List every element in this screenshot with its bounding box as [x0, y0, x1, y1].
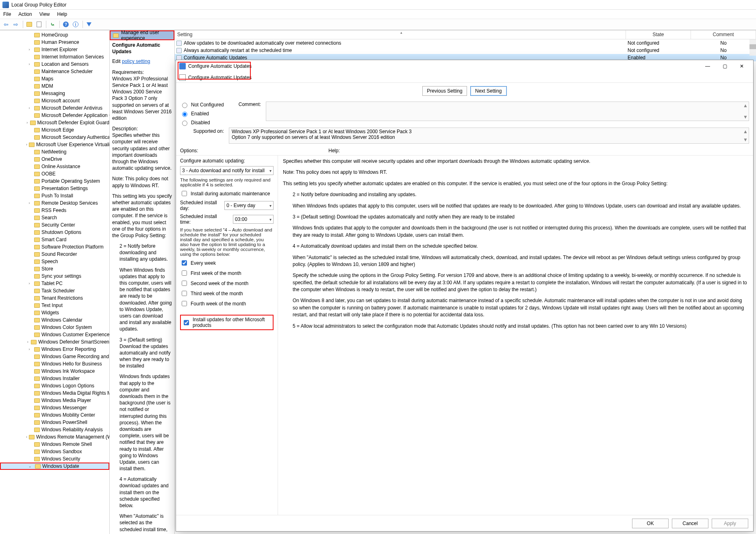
- tree-item[interactable]: Microsoft Secondary Authentication Facto…: [0, 134, 109, 141]
- radio-enabled[interactable]: Enabled: [180, 110, 224, 117]
- next-setting-button[interactable]: Next Setting: [470, 86, 507, 96]
- tree-item[interactable]: Tenant Restrictions: [0, 294, 109, 302]
- tree-item[interactable]: Windows PowerShell: [0, 419, 109, 426]
- tree-item[interactable]: ›Windows Error Reporting: [0, 346, 109, 353]
- tree-item[interactable]: Security Center: [0, 221, 109, 229]
- close-button[interactable]: ✕: [734, 61, 750, 71]
- tree-item[interactable]: Internet Information Services: [0, 53, 109, 61]
- tree-item[interactable]: Windows Remote Shell: [0, 441, 109, 448]
- tree-item[interactable]: ›Microsoft Defender Antivirus: [0, 104, 109, 112]
- tree-item[interactable]: Text Input: [0, 302, 109, 309]
- chevron-right-icon[interactable]: ›: [26, 62, 33, 66]
- refresh-button[interactable]: ⤿: [48, 20, 57, 29]
- configure-updating-select[interactable]: 3 - Auto download and notify for install…: [180, 166, 274, 175]
- tree-item[interactable]: Software Protection Platform: [0, 243, 109, 251]
- doc-button[interactable]: [35, 20, 43, 29]
- chevron-right-icon[interactable]: ›: [26, 201, 33, 205]
- chk-auto-maintenance[interactable]: Install during automatic maintenance: [180, 190, 274, 197]
- tree-item[interactable]: Sound Recorder: [0, 251, 109, 258]
- radio-disabled[interactable]: Disabled: [180, 119, 224, 126]
- tree-item[interactable]: ›Microsoft User Experience Virtualizatio…: [0, 141, 109, 148]
- chk-every-week[interactable]: Every week: [180, 259, 274, 267]
- tree-pane[interactable]: HomeGroupHuman Presence›Internet Explore…: [0, 30, 110, 534]
- tree-item[interactable]: Sync your settings: [0, 272, 109, 280]
- tree-item[interactable]: Smart Card: [0, 236, 109, 243]
- tree-item[interactable]: Store: [0, 265, 109, 272]
- tree-item[interactable]: Windows Hello for Business: [0, 360, 109, 368]
- tree-item[interactable]: Human Presence: [0, 39, 109, 46]
- chevron-right-icon[interactable]: ›: [26, 435, 27, 439]
- menu-view[interactable]: View: [39, 11, 50, 17]
- tree-item[interactable]: Speech: [0, 258, 109, 265]
- scrollbar-thumb[interactable]: [749, 44, 756, 49]
- tree-item[interactable]: RSS Feeds: [0, 207, 109, 214]
- chk-week1[interactable]: First week of the month: [180, 269, 274, 277]
- tree-item[interactable]: Windows Color System: [0, 324, 109, 331]
- install-day-select[interactable]: 0 - Every day▾: [224, 201, 274, 210]
- tree-item[interactable]: MDM: [0, 82, 109, 90]
- tree-item[interactable]: Online Assistance: [0, 163, 109, 170]
- tree-item[interactable]: Windows Media Player: [0, 397, 109, 404]
- tree-item[interactable]: ›Microsoft Defender Exploit Guard: [0, 119, 109, 126]
- chk-week2[interactable]: Second week of the month: [180, 279, 274, 287]
- chevron-right-icon[interactable]: ›: [26, 48, 33, 52]
- tree-item[interactable]: Portable Operating System: [0, 177, 109, 185]
- chk-other-ms-products[interactable]: Install updates for other Microsoft prod…: [182, 317, 272, 328]
- forward-button[interactable]: ⇨: [11, 20, 20, 29]
- tree-item[interactable]: Windows Messenger: [0, 404, 109, 411]
- chevron-right-icon[interactable]: ›: [26, 347, 33, 351]
- tree-item[interactable]: Maintenance Scheduler: [0, 68, 109, 75]
- tree-item[interactable]: ›Windows Remote Management (WinRM): [0, 433, 109, 441]
- folder-button[interactable]: [25, 20, 34, 29]
- chevron-right-icon[interactable]: ›: [26, 281, 33, 285]
- tree-item[interactable]: Widgets: [0, 309, 109, 316]
- tree-item[interactable]: Shutdown Options: [0, 229, 109, 236]
- tree-item[interactable]: Microsoft Defender Application Guard: [0, 112, 109, 119]
- list-row[interactable]: Always automatically restart at the sche…: [175, 47, 756, 54]
- chevron-right-icon[interactable]: ›: [26, 143, 27, 147]
- menu-file[interactable]: File: [3, 11, 11, 17]
- tree-item[interactable]: OOBE: [0, 170, 109, 177]
- help-button[interactable]: ?: [61, 20, 70, 29]
- tree-item[interactable]: Microsoft Edge: [0, 126, 109, 134]
- tree-item[interactable]: Windows Customer Experience Improvement: [0, 331, 109, 338]
- tree-item[interactable]: Windows Media Digital Rights Management: [0, 389, 109, 397]
- tree-item[interactable]: Messaging: [0, 90, 109, 97]
- tree-item[interactable]: HomeGroup: [0, 31, 109, 39]
- tree-item[interactable]: Push To Install: [0, 192, 109, 199]
- maximize-button[interactable]: ▢: [717, 61, 733, 71]
- comment-textarea[interactable]: ▲▼: [266, 102, 749, 121]
- minimize-button[interactable]: —: [700, 61, 716, 71]
- chevron-right-icon[interactable]: ›: [26, 121, 28, 125]
- tree-item[interactable]: Windows Security: [0, 455, 109, 463]
- tree-item[interactable]: ›Remote Desktop Services: [0, 199, 109, 207]
- install-time-select[interactable]: 03:00▾: [233, 215, 274, 224]
- tree-item[interactable]: Windows Mobility Center: [0, 411, 109, 419]
- info-button[interactable]: i: [71, 20, 80, 29]
- previous-setting-button[interactable]: Previous Setting: [422, 86, 467, 96]
- tree-item[interactable]: Windows Logon Options: [0, 382, 109, 389]
- tree-item[interactable]: Windows Calendar: [0, 316, 109, 324]
- tree-item[interactable]: Windows Reliability Analysis: [0, 426, 109, 433]
- ok-button[interactable]: OK: [632, 519, 669, 528]
- list-row[interactable]: Allow updates to be downloaded automatic…: [175, 39, 756, 47]
- col-setting[interactable]: Setting▴: [175, 30, 626, 39]
- tree-item[interactable]: ›Windows Defender SmartScreen: [0, 338, 109, 346]
- chevron-down-icon[interactable]: ⌄: [27, 464, 33, 468]
- col-comment[interactable]: Comment: [691, 30, 756, 39]
- apply-button[interactable]: Apply: [712, 519, 748, 528]
- tree-item[interactable]: OneDrive: [0, 156, 109, 163]
- back-button[interactable]: ⇦: [2, 20, 11, 29]
- tree-item[interactable]: Windows Sandbox: [0, 448, 109, 455]
- tree-item[interactable]: Presentation Settings: [0, 185, 109, 192]
- tree-item[interactable]: ›Location and Sensors: [0, 61, 109, 68]
- tree-item[interactable]: Microsoft account: [0, 97, 109, 104]
- menu-action[interactable]: Action: [18, 11, 32, 17]
- tree-item[interactable]: Maps: [0, 75, 109, 82]
- tree-item[interactable]: Search: [0, 214, 109, 221]
- chk-week4[interactable]: Fourth week of the month: [180, 300, 274, 307]
- chk-week3[interactable]: Third week of the month: [180, 290, 274, 297]
- tree-item[interactable]: NetMeeting: [0, 148, 109, 156]
- vertical-scrollbar[interactable]: [749, 39, 756, 56]
- tree-item[interactable]: ›Tablet PC: [0, 280, 109, 287]
